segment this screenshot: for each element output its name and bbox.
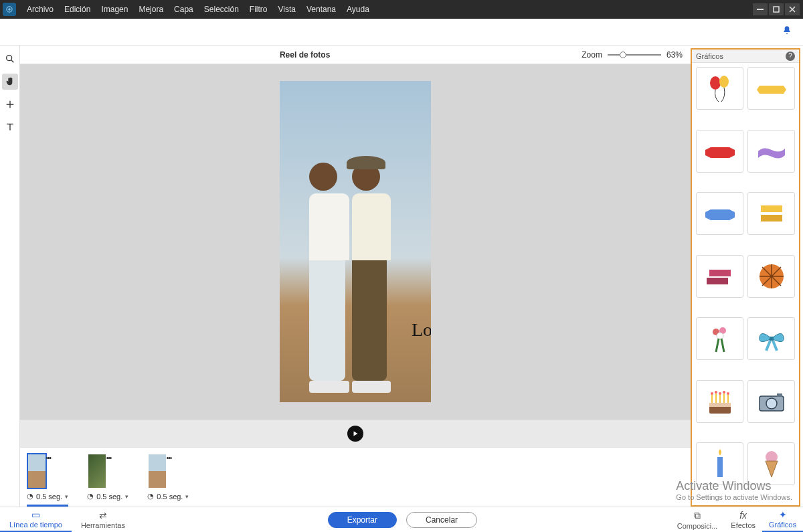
sticker-balloons[interactable] — [696, 67, 743, 110]
graphics-panel: Gráficos ? — [691, 48, 800, 507]
svg-rect-2 — [757, 9, 764, 10]
svg-point-6 — [710, 76, 721, 90]
sticker-ribbon-yellow[interactable] — [747, 67, 795, 110]
svg-rect-8 — [761, 205, 782, 212]
graphics-grid[interactable] — [692, 63, 799, 505]
svg-rect-32 — [717, 457, 723, 477]
tab-effects[interactable]: fx Efectos — [724, 507, 762, 532]
svg-point-24 — [711, 392, 713, 395]
sticker-bouquet[interactable] — [696, 317, 743, 360]
workspace: Reel de fotos Zoom 63% — [0, 46, 803, 507]
menu-vista[interactable]: Vista — [272, 0, 300, 19]
sticker-ice-cream-cone[interactable] — [747, 442, 795, 485]
menu-label: Filtro — [250, 5, 268, 14]
clock-icon: ◔ — [27, 492, 33, 501]
zoom-value: 63% — [666, 50, 683, 60]
maximize-icon — [773, 6, 780, 13]
sticker-ribbon-red[interactable] — [696, 130, 743, 173]
canvas-header: Reel de fotos Zoom 63% — [20, 46, 691, 64]
tab-label: Composici... — [677, 522, 718, 530]
clip-3[interactable]: ••• — [147, 453, 167, 489]
menu-capa[interactable]: Capa — [169, 0, 199, 19]
clip-row: ••• ◔ 0.5 seg. ▾ ••• ◔ 0.5 seg. — [27, 453, 684, 501]
clip-2[interactable]: ••• — [87, 453, 107, 489]
minimize-icon — [757, 6, 764, 13]
canvas-title: Reel de fotos — [28, 50, 582, 60]
bottom-bar: ▭ Línea de tiempo ⇄ Herramientas Exporta… — [0, 507, 803, 532]
tab-timeline[interactable]: ▭ Línea de tiempo — [0, 507, 72, 532]
clip-1[interactable]: ••• — [27, 453, 47, 489]
clip-3-duration[interactable]: ◔ 0.5 seg. ▾ — [147, 492, 189, 501]
menu-edicion[interactable]: Edición — [59, 0, 96, 19]
sticker-ribbon-purple[interactable] — [747, 130, 795, 173]
sticker-ribbon-pink-folded[interactable] — [696, 255, 743, 298]
svg-rect-10 — [709, 270, 731, 276]
maximize-button[interactable] — [769, 3, 784, 15]
close-icon — [789, 6, 796, 13]
duration-label: 0.5 seg. — [96, 493, 122, 501]
sticker-camera[interactable] — [747, 380, 795, 423]
sticker-candle[interactable] — [696, 442, 743, 485]
svg-point-30 — [766, 398, 777, 409]
menu-archivo[interactable]: Archivo — [21, 0, 59, 19]
sticker-birthday-cake[interactable] — [696, 380, 743, 423]
hand-tool[interactable] — [2, 74, 18, 90]
center-column: Reel de fotos Zoom 63% — [20, 46, 691, 507]
menu-ventana[interactable]: Ventana — [301, 0, 341, 19]
tab-label: Gráficos — [769, 521, 796, 529]
person-left — [309, 163, 349, 393]
menu-label: Imagen — [101, 5, 128, 14]
menu-ayuda[interactable]: Ayuda — [341, 0, 375, 19]
person-right — [352, 163, 391, 393]
clock-icon: ◔ — [87, 492, 94, 501]
svg-point-28 — [727, 392, 729, 395]
sticker-bow-blue[interactable] — [747, 317, 795, 360]
timeline-progress — [27, 505, 68, 507]
zoom-thumb[interactable] — [620, 52, 626, 58]
text-tool[interactable] — [2, 119, 18, 135]
clip-1-duration[interactable]: ◔ 0.5 seg. ▾ — [27, 492, 68, 501]
button-label: Cancelar — [426, 515, 458, 525]
zoom-slider[interactable] — [608, 54, 661, 56]
tab-graphics[interactable]: ✦ Gráficos — [762, 507, 803, 532]
menu-label: Capa — [174, 5, 193, 14]
svg-point-25 — [715, 391, 717, 393]
canvas-area[interactable]: Lo — [20, 64, 691, 419]
cancel-button[interactable]: Cancelar — [406, 512, 477, 528]
sticker-ribbon-blue[interactable] — [696, 192, 743, 235]
hand-icon — [5, 76, 15, 87]
menu-filtro[interactable]: Filtro — [244, 0, 273, 19]
zoom-control[interactable]: Zoom 63% — [582, 50, 683, 60]
add-tool[interactable] — [2, 96, 18, 112]
clock-icon: ◔ — [147, 492, 154, 501]
menu-seleccion[interactable]: Selección — [199, 0, 244, 19]
clip-handle-icon[interactable]: ••• — [106, 454, 112, 462]
menu-mejora[interactable]: Mejora — [133, 0, 169, 19]
clip-2-duration[interactable]: ◔ 0.5 seg. ▾ — [87, 492, 128, 501]
photo-preview[interactable]: Lo — [280, 81, 431, 402]
svg-point-26 — [719, 392, 721, 395]
help-icon[interactable]: ? — [786, 52, 795, 61]
notifications-icon[interactable] — [782, 25, 792, 39]
duration-label: 0.5 seg. — [36, 493, 62, 501]
menu-label: Archivo — [27, 5, 54, 14]
clip-handle-icon[interactable]: ••• — [167, 454, 172, 462]
graphics-panel-title: Gráficos — [696, 52, 723, 60]
tab-tools[interactable]: ⇄ Herramientas — [72, 507, 135, 532]
export-button[interactable]: Exportar — [328, 512, 397, 528]
sticker-ribbon-gold-folded[interactable] — [747, 192, 795, 235]
menubar: Archivo Edición Imagen Mejora Capa Selec… — [0, 0, 803, 19]
close-button[interactable] — [785, 3, 800, 15]
menu-imagen[interactable]: Imagen — [96, 0, 133, 19]
clip-handle-icon[interactable]: ••• — [46, 454, 51, 462]
zoom-tool[interactable] — [2, 51, 18, 67]
svg-rect-18 — [709, 403, 731, 407]
tab-compose[interactable]: ⧉ Composici... — [671, 507, 725, 532]
zoom-label: Zoom — [582, 50, 602, 60]
menu-label: Mejora — [139, 5, 163, 14]
svg-line-5 — [11, 60, 13, 62]
play-button[interactable] — [347, 426, 363, 442]
overlay-text: Lo — [412, 319, 431, 341]
minimize-button[interactable] — [753, 3, 768, 15]
sticker-basketball[interactable] — [747, 255, 795, 298]
